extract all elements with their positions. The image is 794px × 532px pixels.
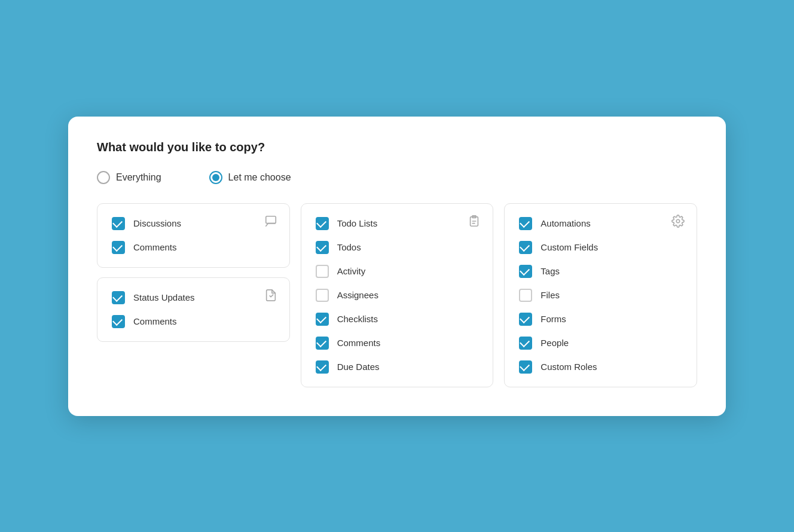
people-label: People	[540, 338, 569, 348]
discussions-item: Discussions	[112, 217, 275, 230]
discussions-comments-label: Comments	[133, 242, 177, 252]
tags-label: Tags	[540, 266, 560, 276]
activity-label: Activity	[337, 266, 366, 276]
due-dates-item: Due Dates	[316, 360, 479, 374]
status-updates-item: Status Updates	[112, 291, 275, 304]
status-comments-label: Comments	[133, 316, 177, 326]
custom-fields-label: Custom Fields	[540, 242, 598, 252]
gear-icon	[671, 215, 685, 231]
forms-item: Forms	[519, 313, 682, 326]
files-label: Files	[540, 290, 560, 300]
custom-roles-checkbox[interactable]	[519, 360, 532, 374]
copy-dialog: What would you like to copy? Everything …	[68, 117, 726, 416]
todo-lists-item: Todo Lists	[316, 217, 479, 230]
automations-checkbox[interactable]	[519, 217, 532, 230]
radio-row: Everything Let me choose	[97, 171, 697, 184]
todos-card: Todo Lists Todos Activity Assignees Chec…	[301, 203, 494, 387]
custom-fields-checkbox[interactable]	[519, 241, 532, 254]
assignees-label: Assignees	[337, 290, 378, 300]
radio-circle-let-me-choose	[209, 171, 222, 184]
automations-item: Automations	[519, 217, 682, 230]
discussions-checkbox[interactable]	[112, 217, 125, 230]
todos-comments-checkbox[interactable]	[316, 337, 329, 350]
discussions-comments-checkbox[interactable]	[112, 241, 125, 254]
tags-checkbox[interactable]	[519, 265, 532, 278]
activity-checkbox[interactable]	[316, 265, 329, 278]
discussions-label: Discussions	[133, 218, 181, 228]
todos-comments-label: Comments	[337, 338, 381, 348]
chat-icon	[264, 215, 277, 231]
due-dates-label: Due Dates	[337, 362, 380, 372]
discussions-comments-item: Comments	[112, 241, 275, 254]
due-dates-checkbox[interactable]	[316, 360, 329, 374]
column-discussions: Discussions Comments	[97, 203, 290, 387]
assignees-checkbox[interactable]	[316, 289, 329, 302]
todos-label: Todos	[337, 242, 361, 252]
checklists-label: Checklists	[337, 314, 378, 324]
custom-roles-item: Custom Roles	[519, 360, 682, 374]
radio-circle-everything	[97, 171, 110, 184]
checklists-item: Checklists	[316, 313, 479, 326]
svg-rect-0	[265, 216, 276, 223]
status-updates-label: Status Updates	[133, 292, 195, 302]
radio-let-me-choose[interactable]: Let me choose	[209, 171, 291, 184]
status-comments-item: Comments	[112, 315, 275, 328]
dialog-title: What would you like to copy?	[97, 140, 697, 154]
todos-checkbox[interactable]	[316, 241, 329, 254]
radio-label-everything: Everything	[116, 172, 161, 183]
column-todos: Todo Lists Todos Activity Assignees Chec…	[301, 203, 494, 387]
files-item: Files	[519, 289, 682, 302]
assignees-item: Assignees	[316, 289, 479, 302]
people-checkbox[interactable]	[519, 337, 532, 350]
custom-roles-label: Custom Roles	[540, 362, 597, 372]
people-item: People	[519, 337, 682, 350]
todos-comments-item: Comments	[316, 337, 479, 350]
todo-lists-checkbox[interactable]	[316, 217, 329, 230]
checklists-checkbox[interactable]	[316, 313, 329, 326]
custom-fields-item: Custom Fields	[519, 241, 682, 254]
svg-point-4	[676, 219, 680, 223]
column-automations: Automations Custom Fields Tags Files For…	[504, 203, 697, 387]
todos-item: Todos	[316, 241, 479, 254]
activity-item: Activity	[316, 265, 479, 278]
status-comments-checkbox[interactable]	[112, 315, 125, 328]
todo-lists-label: Todo Lists	[337, 218, 378, 228]
tags-item: Tags	[519, 265, 682, 278]
document-edit-icon	[264, 289, 277, 305]
forms-checkbox[interactable]	[519, 313, 532, 326]
files-checkbox[interactable]	[519, 289, 532, 302]
automations-card: Automations Custom Fields Tags Files For…	[504, 203, 697, 387]
discussions-card: Discussions Comments	[97, 203, 290, 268]
automations-label: Automations	[540, 218, 590, 228]
clipboard-icon	[468, 215, 481, 231]
radio-label-let-me-choose: Let me choose	[228, 172, 291, 183]
radio-everything[interactable]: Everything	[97, 171, 161, 184]
forms-label: Forms	[540, 314, 566, 324]
columns-container: Discussions Comments	[97, 203, 697, 387]
status-updates-card: Status Updates Comments	[97, 277, 290, 342]
status-updates-checkbox[interactable]	[112, 291, 125, 304]
